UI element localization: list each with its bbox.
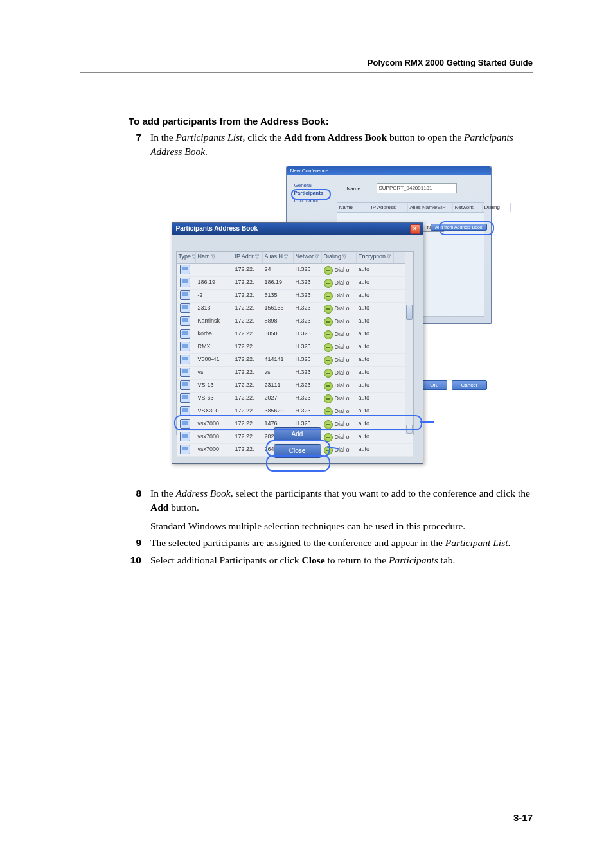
cell-name: vs [196, 367, 233, 379]
cancel-button[interactable]: Cancel [452, 380, 487, 390]
dial-icon [324, 279, 333, 288]
cell-dialing: Dial o [322, 341, 357, 353]
cell-network: H.323 [294, 341, 322, 353]
col-ip[interactable]: IP Addr▽ [233, 252, 263, 263]
text-italic: Participants List, [176, 132, 245, 143]
sidebar: General Participants Information [290, 182, 332, 205]
dial-icon [324, 394, 333, 403]
cell-encryption: auto [357, 354, 394, 366]
cell-encryption: auto [357, 341, 394, 353]
table-row[interactable]: VSX300172.22.385620H.323Dial oauto [177, 405, 413, 418]
table-row[interactable]: VS-63172.22.2027H.323Dial oauto [177, 393, 413, 405]
cell-ip: 172.22. [233, 380, 263, 392]
type-icon [177, 405, 196, 418]
cell-dialing: Dial o [322, 303, 357, 315]
dial-icon [324, 266, 333, 275]
scrollbar[interactable]: ⌄ [405, 252, 413, 434]
add-from-address-book-button[interactable]: Add from Address Book [431, 224, 487, 231]
col-label: IP Addr [235, 253, 254, 260]
table-row[interactable]: V500-41172.22.414141H.323Dial oauto [177, 354, 413, 367]
dial-icon [324, 407, 333, 416]
dial-icon [324, 330, 333, 339]
type-icon [177, 354, 196, 366]
name-field[interactable]: SUPPORT_942091101 [377, 183, 457, 193]
col-label: Alias N [265, 253, 283, 260]
table-row[interactable]: vs172.22.vsH.323Dial oauto [177, 367, 413, 380]
dial-icon [324, 356, 333, 365]
col[interactable]: IP Address [369, 203, 408, 212]
cell-ip: 172.22. [233, 315, 263, 328]
text-bold: Close [301, 554, 324, 565]
col-label: Nam [198, 253, 210, 260]
table-row[interactable]: 2313172.22.156156H.323Dial oauto [177, 303, 413, 315]
cell-ip: 172.22. [233, 303, 263, 315]
dial-icon [324, 292, 333, 301]
col-type[interactable]: Type▽ [177, 252, 196, 263]
step-7: 7 In the Participants List, click the Ad… [129, 130, 533, 159]
col[interactable]: Alias Name/SIP [408, 203, 453, 212]
filter-icon[interactable]: ▽ [255, 254, 259, 260]
table-row[interactable]: 186.19172.22.186.19H.323Dial oauto [177, 277, 413, 290]
endpoint-icon [180, 265, 190, 274]
type-icon [177, 367, 196, 379]
col-dialing[interactable]: Dialing▽ [322, 252, 357, 263]
close-button[interactable]: Close [274, 444, 321, 458]
col-network[interactable]: Networ▽ [294, 252, 322, 263]
col[interactable]: Network [453, 203, 483, 212]
scroll-thumb[interactable] [406, 305, 413, 320]
cell-encryption: auto [357, 315, 394, 328]
dialog-buttons: OK Cancel [418, 380, 486, 390]
ok-button[interactable]: OK [420, 380, 447, 390]
add-button[interactable]: Add [274, 427, 321, 441]
text: , select the participants that you want … [231, 488, 530, 499]
cell-alias: 186.19 [263, 277, 294, 289]
cell-name: Kaminsk [196, 315, 233, 328]
table-row[interactable]: 172.22.24H.323Dial oauto [177, 264, 413, 277]
endpoint-icon [180, 368, 190, 377]
endpoint-icon [180, 355, 190, 364]
filter-icon[interactable]: ▽ [342, 254, 346, 260]
sidebar-item-participants[interactable]: Participants [290, 190, 332, 197]
sidebar-item-general[interactable]: General [290, 182, 332, 190]
table-row[interactable]: VS-13172.22.23111H.323Dial oauto [177, 380, 413, 393]
col[interactable]: Name [337, 203, 369, 212]
close-icon[interactable]: × [410, 224, 420, 234]
table-row[interactable]: RMX172.22.H.323Dial oauto [177, 341, 413, 354]
text: button to open the [387, 132, 464, 143]
cell-ip: 172.22. [233, 393, 263, 405]
text-bold: Add from Address Book [284, 132, 387, 143]
cell-ip: 172.22. [233, 367, 263, 379]
step-number: 8 [129, 486, 141, 533]
text: to return to the [325, 554, 389, 565]
table-row[interactable]: Kaminsk172.22.8898H.323Dial oauto [177, 315, 413, 328]
title-text: Participants Address Book [176, 225, 258, 232]
step-body: The selected participants are assigned t… [150, 536, 533, 550]
table-row[interactable]: korba172.22.5050H.323Dial oauto [177, 328, 413, 341]
name-label: Name: [347, 186, 362, 191]
cell-dialing: Dial o [322, 393, 357, 405]
col-encryption[interactable]: Encryption▽ [357, 252, 394, 263]
text: In the [150, 488, 176, 499]
participants-grid-header: Name IP Address Alias Name/SIP Network D… [337, 203, 484, 213]
filter-icon[interactable]: ▽ [284, 254, 288, 260]
text-italic: Participant List [445, 537, 508, 548]
col-name[interactable]: Nam▽ [196, 252, 233, 263]
col-label: Dialing [324, 253, 342, 260]
cell-ip: 172.22. [233, 405, 263, 418]
table-row[interactable]: -2172.22.5135H.323Dial oauto [177, 290, 413, 303]
filter-icon[interactable]: ▽ [211, 254, 215, 260]
filter-icon[interactable]: ▽ [387, 254, 391, 260]
sidebar-item-information[interactable]: Information [290, 197, 332, 205]
cell-alias: 414141 [263, 354, 294, 366]
filter-icon[interactable]: ▽ [315, 254, 319, 260]
dial-icon [324, 369, 333, 378]
step-body: In the Participants List, click the Add … [150, 130, 533, 159]
type-icon [177, 264, 196, 276]
text: click the [245, 132, 284, 143]
cell-name: korba [196, 328, 233, 341]
text: tab. [438, 554, 456, 565]
col[interactable]: Dialing [483, 203, 511, 212]
col-label: Networ [296, 253, 314, 260]
col-alias[interactable]: Alias N▽ [263, 252, 294, 263]
type-icon [177, 380, 196, 392]
